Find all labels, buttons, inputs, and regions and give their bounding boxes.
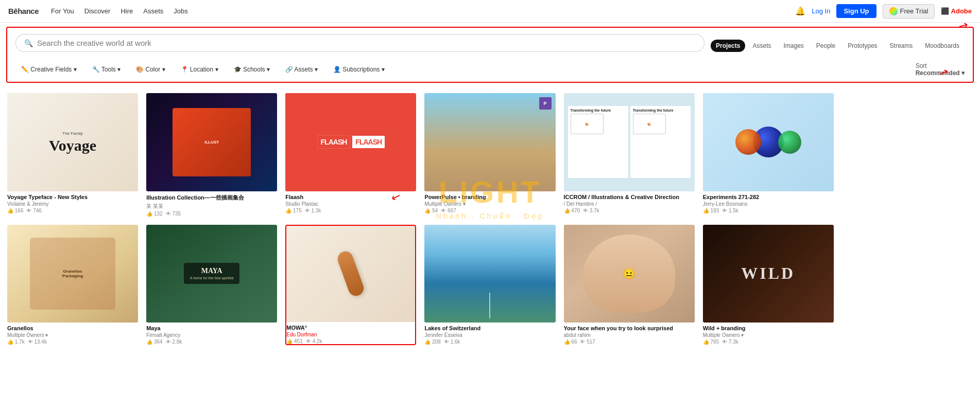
card-powerpulse-image: P — [424, 93, 555, 191]
card-maya[interactable]: MAYA A home for the free-spirited Maya F… — [146, 225, 277, 346]
card-experiments-image — [703, 93, 834, 191]
card-iccrom-title: ICCROM / Illustrations & Creative Direct… — [564, 194, 695, 200]
filter-creative-fields[interactable]: ✏️ Creative Fields ▾ — [15, 63, 82, 76]
card-yourface-title: Your face when you try to look surprised — [564, 325, 695, 331]
card-granellos-image: GranellosPackaging — [7, 225, 138, 323]
card-maya-title: Maya — [146, 325, 277, 331]
card-iccrom-image: Transforming the future 🎨 Transforming t… — [564, 93, 695, 191]
filter-tools[interactable]: 🔧 Tools ▾ — [87, 63, 126, 76]
card-illustration-author: 某 某某 — [146, 203, 277, 210]
gallery-row-1: The Family Voyage Voyage Typeface - New … — [7, 93, 973, 217]
card-lakes-author: Jennifer Esseiva — [424, 332, 555, 338]
filter-schools[interactable]: 🎓 Schools ▾ — [228, 63, 276, 76]
card-lakes-image — [424, 225, 555, 323]
search-bar: 🔍 — [15, 34, 704, 52]
card-flaash-meta: 👍 175👁 1.3k — [285, 208, 416, 213]
card-illustration[interactable]: ILLUST Illustration Collection—一些插画集合 某 … — [146, 93, 277, 217]
filter-assets[interactable]: 🔗 Assets ▾ — [280, 63, 323, 76]
card-iccrom-meta: 👍 470👁 3.7k — [564, 208, 695, 213]
card-lakes-meta: 👍 208👁 1.6k — [424, 339, 555, 345]
card-experiments[interactable]: Experiments 271-282 Jerry-Lee Bosmans 👍 … — [703, 93, 834, 217]
nav-assets[interactable]: Assets — [143, 7, 163, 15]
filter-color[interactable]: 🎨 Color ▾ — [130, 63, 170, 76]
signup-button[interactable]: Sign Up — [836, 4, 876, 18]
nav-jobs[interactable]: Jobs — [174, 7, 187, 15]
card-powerpulse-author: Multiple Owners ▾ — [424, 201, 555, 207]
card-granellos-title: Granellos — [7, 325, 138, 331]
tab-assets[interactable]: Assets — [747, 40, 776, 52]
filter-subscriptions[interactable]: 👤 Subscriptions ▾ — [328, 63, 390, 76]
filter-row: ✏️ Creative Fields ▾ 🔧 Tools ▾ 🎨 Color ▾… — [15, 62, 965, 77]
tab-prototypes[interactable]: Prototypes — [843, 40, 882, 52]
card-yourface-meta: 👍 66👁 517 — [564, 339, 695, 345]
card-powerpulse[interactable]: P PowerPulse • branding Multiple Owners … — [424, 93, 555, 217]
card-yourface[interactable]: 😐 Your face when you try to look surpris… — [564, 225, 695, 346]
card-lakes[interactable]: Lakes of Switzerland Jennifer Esseiva 👍 … — [424, 225, 555, 346]
top-navigation: Bēhance For You Discover Hire Assets Job… — [0, 0, 980, 23]
nav-hire[interactable]: Hire — [121, 7, 133, 15]
nav-discover[interactable]: Discover — [84, 7, 111, 15]
card-experiments-meta: 👍 193👁 1.5k — [703, 208, 834, 213]
card-mowa-title: MOWA° — [286, 325, 415, 331]
card-wild-meta: 👍 765👁 7.3k — [703, 339, 834, 345]
card-wild[interactable]: WILD Wild + branding Multiple Owners ▾ 👍… — [703, 225, 834, 346]
card-lakes-title: Lakes of Switzerland — [424, 325, 555, 331]
card-flaash-title: Flaash — [285, 194, 416, 200]
card-granellos-author: Multiple Owners ▾ — [7, 332, 138, 338]
nav-for-you[interactable]: For You — [51, 7, 74, 15]
card-granellos-meta: 👍 1.7k👁 13.4k — [7, 339, 138, 345]
behance-logo[interactable]: Bēhance — [8, 7, 39, 15]
card-experiments-author: Jerry-Lee Bosmans — [703, 201, 834, 207]
card-granellos[interactable]: GranellosPackaging Granellos Multiple Ow… — [7, 225, 138, 346]
search-icon: 🔍 — [24, 39, 33, 47]
nav-right-section: 🔔 Log In Sign Up Free Trial ⬛ Adobe — [795, 4, 972, 19]
adobe-gradient-icon — [889, 7, 898, 15]
card-flaash-author: Studio Plastac — [285, 201, 416, 207]
sort-dropdown[interactable]: SortRecommended ▾ — [916, 62, 965, 77]
card-maya-image: MAYA A home for the free-spirited — [146, 225, 277, 323]
freetrial-button[interactable]: Free Trial — [883, 4, 935, 19]
card-mowa-meta: 👍 451👁 4.2k — [286, 338, 415, 344]
adobe-logo: ⬛ Adobe — [941, 7, 972, 15]
card-flaash-image: FLAASH FLAASH — [285, 93, 416, 191]
notifications-icon[interactable]: 🔔 — [795, 6, 805, 16]
card-illustration-image: ILLUST — [146, 93, 277, 191]
card-illustration-title: Illustration Collection—一些插画集合 — [146, 194, 277, 202]
freetrial-label: Free Trial — [900, 7, 929, 15]
tab-people[interactable]: People — [811, 40, 840, 52]
card-powerpulse-title: PowerPulse • branding — [424, 194, 555, 200]
card-iccrom-author: / Del Hambre / — [564, 201, 695, 207]
tab-images[interactable]: Images — [778, 40, 809, 52]
card-maya-author: Firmalt Agency — [146, 332, 277, 338]
card-flaash[interactable]: FLAASH FLAASH Flaash Studio Plastac 👍 17… — [285, 93, 416, 217]
card-voyage-meta: 👍 166👁 746 — [7, 208, 138, 213]
card-wild-image: WILD — [703, 225, 834, 323]
row1-empty — [842, 93, 973, 217]
card-voyage-author: Violaine & Jeremy — [7, 201, 138, 207]
card-mowa[interactable]: MOWA° Edu Dorfman 👍 451👁 4.2k — [285, 225, 416, 346]
card-wild-author: Multiple Owners ▾ — [703, 332, 834, 338]
card-powerpulse-meta: 👍 54👁 667 — [424, 208, 555, 213]
search-section: 🔍 Projects Assets Images People Prototyp… — [6, 27, 974, 83]
gallery-section: The Family Voyage Voyage Typeface - New … — [0, 87, 980, 351]
tab-projects[interactable]: Projects — [711, 40, 745, 52]
tab-streams[interactable]: Streams — [885, 40, 918, 52]
card-maya-meta: 👍 364👁 2.8k — [146, 339, 277, 345]
card-mowa-author: Edu Dorfman — [286, 332, 415, 337]
gallery-row-2: GranellosPackaging Granellos Multiple Ow… — [7, 225, 973, 346]
filter-location[interactable]: 📍 Location ▾ — [175, 63, 224, 76]
card-voyage-title: Voyage Typeface - New Styles — [7, 194, 138, 200]
login-button[interactable]: Log In — [812, 7, 830, 15]
card-illustration-meta: 👍 132👁 735 — [146, 211, 277, 217]
card-yourface-author: abdul rahim — [564, 332, 695, 338]
card-wild-title: Wild + branding — [703, 325, 834, 331]
tab-moodboards[interactable]: Moodboards — [920, 40, 965, 52]
search-tabs: Projects Assets Images People Prototypes… — [711, 40, 965, 52]
row2-empty — [842, 225, 973, 346]
card-experiments-title: Experiments 271-282 — [703, 194, 834, 200]
card-voyage[interactable]: The Family Voyage Voyage Typeface - New … — [7, 93, 138, 217]
card-iccrom[interactable]: Transforming the future 🎨 Transforming t… — [564, 93, 695, 217]
search-input[interactable] — [37, 39, 696, 47]
card-mowa-image — [286, 226, 415, 323]
card-voyage-image: The Family Voyage — [7, 93, 138, 191]
